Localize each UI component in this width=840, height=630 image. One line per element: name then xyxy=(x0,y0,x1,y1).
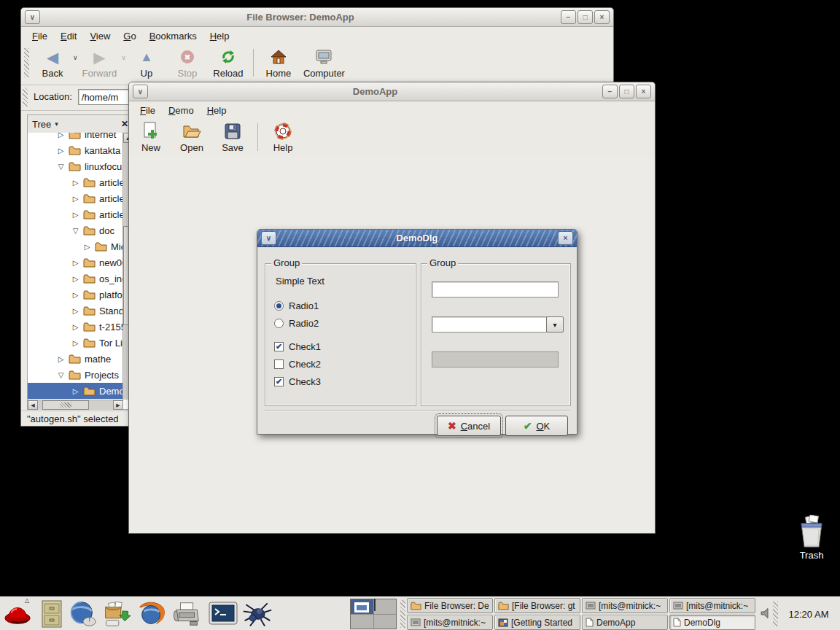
menu-demo[interactable]: Demo xyxy=(162,104,201,117)
tree-item[interactable]: ▷ os_inc xyxy=(28,271,123,287)
expander-icon[interactable]: ▷ xyxy=(71,211,79,219)
file-browser-titlebar[interactable]: ∨ File Browser: DemoApp − □ × xyxy=(21,8,613,27)
combo-dropdown-button[interactable]: ▾ xyxy=(546,316,564,332)
checkbox-icon[interactable] xyxy=(274,359,284,369)
volume-icon[interactable] xyxy=(760,607,771,619)
tree-item[interactable]: ▽ linuxfocu xyxy=(28,158,123,174)
scroll-right-icon[interactable]: ▶ xyxy=(113,400,123,410)
expander-icon[interactable]: ▽ xyxy=(71,227,79,235)
back-dropdown-icon[interactable]: ∨ xyxy=(73,54,78,61)
tree-item[interactable]: ▷ article xyxy=(28,190,123,206)
window-menu-button[interactable]: ∨ xyxy=(25,10,40,24)
tree-item[interactable]: ▷ Tor Lil xyxy=(28,335,123,351)
workspace-1-active[interactable] xyxy=(351,599,373,614)
radio-radio1[interactable]: Radio1 xyxy=(274,299,319,312)
clock-handle[interactable] xyxy=(773,602,778,626)
maximize-button[interactable]: □ xyxy=(578,10,593,24)
expander-icon[interactable]: ▷ xyxy=(71,339,79,347)
expander-icon[interactable]: ▷ xyxy=(71,259,79,267)
menu-view[interactable]: View xyxy=(83,29,117,43)
task-button[interactable]: [mits@mitnick:~ xyxy=(669,598,755,613)
menu-help[interactable]: Help xyxy=(201,104,233,117)
expander-icon[interactable]: ▷ xyxy=(71,179,79,187)
file-manager-launcher[interactable] xyxy=(36,599,67,629)
minimize-button[interactable]: − xyxy=(602,85,618,98)
horizontal-scroll-trough[interactable] xyxy=(38,400,113,410)
checkbox-check1[interactable]: ✔ Check1 xyxy=(274,340,321,353)
menu-help[interactable]: Help xyxy=(203,29,236,43)
trash-desktop-icon[interactable]: Trash xyxy=(789,515,834,561)
ethereal-launcher[interactable] xyxy=(242,599,273,629)
expander-icon[interactable]: ▷ xyxy=(71,307,79,315)
menu-bookmarks[interactable]: Bookmarks xyxy=(143,29,203,43)
home-button[interactable]: Home xyxy=(258,47,299,79)
side-pane-close-icon[interactable]: ✕ xyxy=(121,119,128,129)
side-pane-title[interactable]: Tree xyxy=(32,119,51,130)
expander-icon[interactable]: ▷ xyxy=(57,147,65,155)
tree-item[interactable]: ▽ doc xyxy=(28,222,123,238)
text-entry[interactable] xyxy=(432,281,559,298)
save-button[interactable]: Save xyxy=(212,121,253,153)
terminal-launcher[interactable] xyxy=(208,599,238,629)
help-button[interactable]: Help xyxy=(262,121,303,153)
demoapp-titlebar[interactable]: ∨ DemoApp − □ × xyxy=(129,82,655,101)
clock[interactable]: 12:20 AM xyxy=(780,597,837,630)
tree-item[interactable]: ▷ t-2155 xyxy=(28,319,123,335)
expander-icon[interactable]: ▷ xyxy=(57,133,65,139)
task-button[interactable]: [mits@mitnick:~ xyxy=(407,615,493,630)
window-menu-button[interactable]: ∨ xyxy=(261,231,276,245)
checkbox-icon[interactable]: ✔ xyxy=(274,377,284,386)
horizontal-scroll-thumb[interactable] xyxy=(42,400,89,410)
radio-button-icon[interactable] xyxy=(274,301,284,311)
toolbar-handle[interactable] xyxy=(24,48,29,77)
menu-file[interactable]: File xyxy=(26,29,54,43)
tree-item[interactable]: ▷ platfor xyxy=(28,287,123,303)
cancel-button[interactable]: ✖ Cancel xyxy=(437,416,501,436)
checkbox-icon[interactable]: ✔ xyxy=(274,342,284,351)
task-button[interactable]: DemoApp xyxy=(582,615,668,630)
forward-dropdown-icon[interactable]: ∨ xyxy=(121,54,126,61)
task-button[interactable]: [mits@mitnick:~ xyxy=(582,598,668,613)
workspace-2[interactable] xyxy=(374,599,397,614)
maximize-button[interactable]: □ xyxy=(619,85,634,98)
back-button[interactable]: ◀ Back xyxy=(32,47,73,79)
expander-icon[interactable]: ▷ xyxy=(71,291,79,299)
tree-item[interactable]: ▷ internet xyxy=(28,133,123,142)
tree-item[interactable]: ▷ article xyxy=(28,174,123,190)
side-pane-dropdown-icon[interactable]: ▾ xyxy=(55,120,58,128)
tree-item[interactable]: ▷ Standa xyxy=(28,303,123,319)
menu-edit[interactable]: Edit xyxy=(54,29,83,43)
task-button[interactable]: [Getting Started xyxy=(494,615,580,630)
expander-icon[interactable]: ▷ xyxy=(83,243,91,251)
printer-launcher[interactable] xyxy=(172,599,203,629)
task-button[interactable]: File Browser: De xyxy=(407,598,493,613)
close-button[interactable]: × xyxy=(636,85,651,98)
radio-button-icon[interactable] xyxy=(274,319,284,328)
location-bar-handle[interactable] xyxy=(23,88,28,106)
tree-item[interactable]: ▷ new00 xyxy=(28,254,123,271)
expander-icon[interactable]: ▷ xyxy=(71,323,79,331)
open-button[interactable]: Open xyxy=(171,121,212,153)
package-manager-launcher[interactable] xyxy=(101,599,131,629)
minimize-button[interactable]: − xyxy=(561,10,576,24)
menu-file[interactable]: File xyxy=(133,104,162,117)
combo-entry[interactable] xyxy=(432,316,547,332)
mozilla-firebird-launcher[interactable] xyxy=(136,599,166,629)
expander-icon[interactable]: ▽ xyxy=(57,163,65,171)
close-button[interactable]: × xyxy=(558,231,573,245)
new-button[interactable]: New xyxy=(131,121,171,153)
workspace-3[interactable] xyxy=(351,615,373,629)
red-hat-menu-button[interactable]: △ xyxy=(3,599,34,629)
checkbox-check2[interactable]: Check2 xyxy=(274,357,321,370)
tree-item[interactable]: ▷ mathe xyxy=(28,351,123,367)
checkbox-check3[interactable]: ✔ Check3 xyxy=(274,375,321,388)
stop-button[interactable]: ✖ Stop xyxy=(167,47,208,79)
expander-icon[interactable]: ▷ xyxy=(71,275,79,283)
expander-icon[interactable]: ▷ xyxy=(71,387,79,395)
window-menu-button[interactable]: ∨ xyxy=(133,85,148,98)
demodlg-titlebar[interactable]: ∨ DemoDlg × xyxy=(257,230,577,247)
expander-icon[interactable]: ▷ xyxy=(57,355,65,363)
workspace-4[interactable] xyxy=(374,615,397,629)
tasklist-handle[interactable] xyxy=(400,600,405,628)
tree-item[interactable]: ▽ Projects xyxy=(28,367,123,383)
